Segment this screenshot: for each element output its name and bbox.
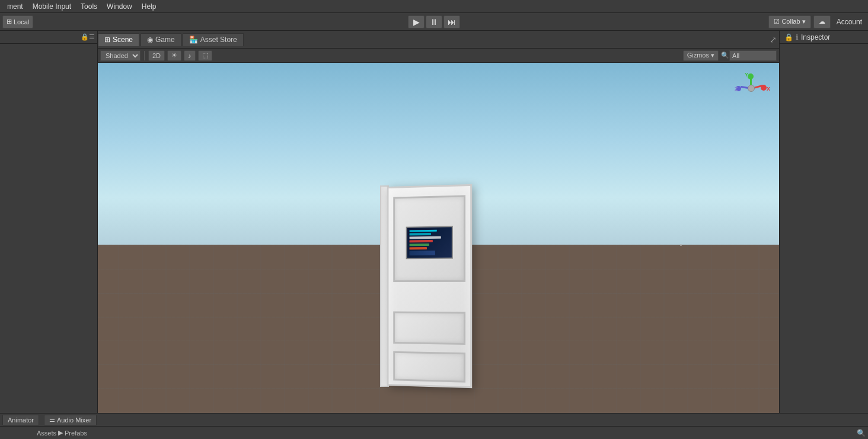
fx-icon: ⬚ [202, 52, 208, 59]
toolbar-left: ⊞ Local [0, 15, 33, 28]
menu-item-help[interactable]: Help [137, 1, 161, 12]
scene-dot [680, 244, 682, 246]
assets-search-icon: 🔍 [857, 429, 866, 437]
play-button[interactable]: ▶ [408, 15, 425, 28]
inspector-lock-icon[interactable]: 🔒 [784, 33, 793, 41]
inspector-header: 🔒 ℹ Inspector [780, 31, 868, 44]
cloud-icon: ☁ [819, 18, 825, 25]
left-sidebar-header: 🔒 ☰ [0, 31, 97, 44]
screen-line-4 [409, 240, 433, 242]
gizmo-x-tip [761, 85, 767, 91]
tab-animator[interactable]: Animator [2, 415, 39, 425]
screen-line-5 [409, 243, 429, 246]
editor-tabs: ⊞ Scene ◉ Game 🏪 Asset Store ⤢ [98, 31, 779, 49]
assets-bar: Assets ▶ Prefabs 🔍 [0, 426, 868, 439]
assets-label[interactable]: Assets [37, 430, 56, 437]
toolbar-center: ▶ ⏸ ⏭ [408, 15, 460, 28]
collab-label: Collab ▾ [781, 18, 805, 25]
2d-button[interactable]: 2D [148, 50, 165, 61]
sun-button[interactable]: ☀ [167, 50, 181, 61]
tab-asset-store[interactable]: 🏪 Asset Store [183, 33, 244, 46]
assets-search: 🔍 [857, 429, 866, 437]
local-icon: ⊞ [7, 18, 12, 25]
tab-scene[interactable]: ⊞ Scene [98, 33, 139, 46]
full-layout: ment Mobile Input Tools Window Help ⊞ Lo… [0, 0, 868, 439]
toolbar-divider-1 [144, 51, 145, 60]
left-sidebar: 🔒 ☰ [0, 31, 98, 413]
game-icon: ◉ [147, 36, 153, 44]
scene-search-input[interactable] [729, 50, 777, 61]
menu-item-ment[interactable]: ment [2, 1, 28, 12]
pause-button[interactable]: ⏸ [426, 15, 442, 28]
gizmo-z-label: Z [735, 86, 738, 92]
local-button[interactable]: ⊞ Local [2, 15, 33, 28]
sidebar-menu-icon[interactable]: ☰ [89, 33, 95, 41]
editor-maximize-icon[interactable]: ⤢ [770, 35, 777, 44]
collab-checkbox-icon: ☑ [774, 18, 780, 25]
gizmos-label: Gizmos ▾ [687, 52, 714, 59]
menu-bar: ment Mobile Input Tools Window Help [0, 0, 868, 13]
account-label[interactable]: Account [833, 17, 866, 27]
screen-line-2 [409, 233, 431, 235]
door-body [387, 184, 472, 388]
scene-search-container: 🔍 [721, 50, 777, 61]
scene-tab-label: Scene [113, 36, 133, 44]
prefabs-label[interactable]: Prefabs [65, 430, 87, 437]
gizmo-y-label: Y [745, 72, 748, 78]
screen-line-3 [409, 236, 441, 239]
audio-button[interactable]: ♪ [184, 50, 196, 61]
fx-button[interactable]: ⬚ [198, 50, 212, 61]
left-sidebar-content [0, 44, 97, 413]
tab-audio-mixer[interactable]: ⚌ Audio Mixer [44, 415, 97, 425]
gizmo-center [748, 85, 755, 92]
door-mid-panel [393, 311, 465, 345]
breadcrumb-separator: ▶ [58, 429, 63, 437]
scene-editor: ⊞ Scene ◉ Game 🏪 Asset Store ⤢ Shad [98, 31, 779, 413]
scene-toolbar: Shaded 2D ☀ ♪ ⬚ Gizmos ▾ [98, 49, 779, 63]
inspector-info-icon: ℹ [796, 33, 799, 41]
screen-line-1 [409, 229, 437, 232]
audio-mixer-icon: ⚌ [49, 416, 55, 424]
cloud-button[interactable]: ☁ [813, 15, 831, 28]
search-icon: 🔍 [721, 52, 729, 59]
scene-toolbar-right: Gizmos ▾ 🔍 [683, 50, 777, 61]
right-panel: 🔒 ℹ Inspector [779, 31, 868, 413]
asset-store-icon: 🏪 [189, 36, 198, 44]
gizmo-y-tip [748, 73, 754, 79]
local-label: Local [14, 18, 29, 25]
breadcrumb-container: Assets ▶ Prefabs [37, 429, 87, 437]
viewport[interactable]: Y X Z [98, 63, 779, 413]
content-area: 🔒 ☰ ⊞ Scene ◉ Game 🏪 Ass [0, 31, 868, 413]
gizmo-x-label: X [767, 86, 770, 92]
gizmo: Y X Z [735, 72, 770, 107]
collab-button[interactable]: ☑ Collab ▾ [768, 15, 810, 28]
audio-icon: ♪ [188, 52, 192, 59]
sun-icon: ☀ [171, 52, 177, 59]
toolbar: ⊞ Local ▶ ⏸ ⏭ ☑ Collab ▾ ☁ Account [0, 13, 868, 31]
door-object[interactable] [380, 185, 478, 387]
audio-mixer-label: Audio Mixer [57, 416, 91, 424]
tab-game[interactable]: ◉ Game [141, 33, 181, 46]
menu-item-tools[interactable]: Tools [76, 1, 102, 12]
toolbar-right: ☑ Collab ▾ ☁ Account [768, 15, 866, 28]
menu-item-window[interactable]: Window [102, 1, 137, 12]
screen-image-area [409, 250, 435, 255]
asset-store-tab-label: Asset Store [200, 36, 237, 44]
shading-select[interactable]: Shaded [100, 50, 141, 61]
scene-icon: ⊞ [104, 36, 110, 44]
sidebar-lock-icon[interactable]: 🔒 [81, 33, 89, 41]
inspector-label: Inspector [801, 33, 830, 41]
door-bottom-panel [393, 351, 465, 383]
door-screen [406, 226, 452, 259]
inspector-content [780, 44, 868, 413]
gizmos-button[interactable]: Gizmos ▾ [683, 50, 719, 61]
bottom-bar: Animator ⚌ Audio Mixer [0, 413, 868, 426]
screen-line-6 [409, 247, 427, 249]
screen-content [407, 227, 451, 258]
game-tab-label: Game [155, 36, 175, 44]
step-button[interactable]: ⏭ [443, 15, 460, 28]
menu-item-mobile-input[interactable]: Mobile Input [28, 1, 76, 12]
animator-label: Animator [8, 416, 34, 424]
door-top-panel [393, 195, 465, 282]
